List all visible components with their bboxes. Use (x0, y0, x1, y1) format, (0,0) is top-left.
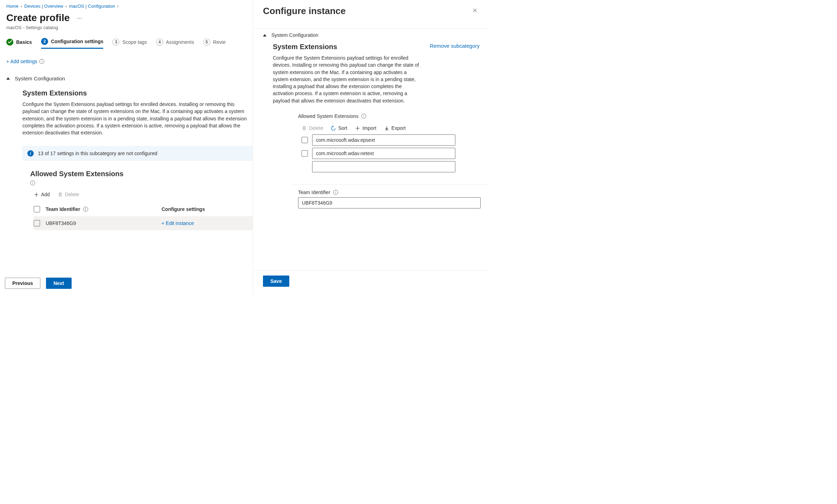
page-subtitle: macOS - Settings catalog (6, 25, 253, 30)
chevron-right-icon: › (21, 4, 22, 9)
step-label: Scope tags (122, 39, 147, 45)
step-review[interactable]: 5 Revie (203, 39, 226, 48)
add-settings-link[interactable]: + Add settings (6, 59, 37, 64)
panel-section-title: System Configuration (271, 32, 318, 38)
panel-export-button[interactable]: Export (384, 125, 406, 131)
panel-sort-button[interactable]: Sort (331, 125, 347, 131)
step-configuration-settings[interactable]: 2 Configuration settings (41, 38, 103, 49)
list-item (302, 148, 480, 159)
trash-icon (58, 192, 63, 197)
panel-sort-label: Sort (338, 125, 347, 131)
list-item (312, 161, 480, 172)
panel-section-toggle[interactable]: System Configuration (263, 32, 480, 38)
breadcrumb-macos[interactable]: macOS | Configuration (69, 4, 115, 9)
extension-list (302, 134, 480, 185)
extension-id-input[interactable] (312, 148, 455, 159)
info-icon[interactable]: i (333, 190, 338, 195)
panel-delete-button: Delete (302, 125, 323, 131)
step-basics[interactable]: Basics (6, 39, 32, 48)
plus-icon (355, 126, 360, 131)
download-icon (384, 126, 389, 131)
step-assignments[interactable]: 4 Assignments (156, 39, 194, 48)
step-number-icon: 5 (203, 39, 210, 46)
configure-instance-panel: Configure instance System Configuration … (253, 0, 488, 294)
add-label: Add (41, 192, 50, 197)
panel-subcategory-title: System Extensions (273, 43, 337, 51)
delete-button: Delete (58, 192, 79, 197)
allowed-ext-toolbar: Add Delete (34, 192, 253, 197)
step-number-icon: 4 (156, 39, 163, 46)
plus-icon (34, 192, 39, 197)
more-actions-button[interactable]: ··· (75, 14, 84, 22)
row-checkbox[interactable] (302, 137, 308, 143)
extension-id-input[interactable] (312, 134, 455, 146)
row-checkbox[interactable] (302, 150, 308, 157)
team-identifier-input[interactable] (298, 197, 481, 208)
row-checkbox[interactable] (34, 220, 40, 226)
chevron-up-icon (263, 34, 266, 37)
subcategory-title: System Extensions (22, 89, 253, 97)
col-team-identifier: Team Identifier (46, 206, 80, 212)
divider (292, 184, 488, 185)
step-number-icon: 2 (41, 38, 48, 45)
info-icon[interactable]: i (30, 180, 35, 185)
previous-button[interactable]: Previous (5, 278, 40, 289)
panel-subcategory-description: Configure the System Extensions payload … (273, 54, 420, 104)
panel-export-label: Export (391, 125, 406, 131)
team-identifier-label: Team Identifier (298, 190, 330, 195)
wizard-steps: Basics 2 Configuration settings 3 Scope … (6, 38, 253, 49)
checkmark-icon (6, 39, 13, 46)
main-pane: Home › Devices | Overview › macOS | Conf… (0, 0, 253, 294)
step-label: Basics (16, 39, 32, 45)
trash-icon (302, 126, 307, 131)
close-icon (472, 8, 477, 13)
select-all-checkbox[interactable] (34, 206, 40, 212)
chevron-right-icon: › (117, 4, 119, 9)
col-configure-settings: Configure settings (162, 206, 253, 212)
page-title: Create profile (6, 12, 70, 24)
step-label: Configuration settings (51, 39, 103, 44)
step-scope-tags[interactable]: 3 Scope tags (112, 39, 147, 48)
chevron-right-icon: › (65, 4, 67, 9)
breadcrumb-devices[interactable]: Devices | Overview (24, 4, 63, 9)
list-item (302, 134, 480, 146)
chevron-up-icon (6, 77, 10, 80)
allowed-extensions-label: Allowed System Extensions (298, 113, 358, 119)
step-label: Assignments (166, 39, 194, 45)
divider (253, 28, 488, 29)
info-icon[interactable]: i (361, 114, 366, 119)
info-icon[interactable]: i (39, 59, 44, 64)
sort-icon (331, 126, 336, 131)
breadcrumb-home[interactable]: Home (6, 4, 19, 9)
step-label: Revie (213, 39, 226, 45)
edit-instance-link[interactable]: + Edit instance (162, 220, 194, 226)
step-number-icon: 3 (112, 39, 119, 46)
panel-toolbar: Delete Sort Import Export (302, 125, 480, 131)
delete-label: Delete (65, 192, 79, 197)
panel-delete-label: Delete (309, 125, 323, 131)
section-toggle-system-configuration[interactable]: System Configuration (6, 75, 253, 81)
save-button[interactable]: Save (263, 276, 289, 287)
panel-title: Configure instance (263, 6, 345, 16)
panel-import-button[interactable]: Import (355, 125, 376, 131)
table-row: UBF8T346G9 + Edit instance (34, 216, 253, 230)
subcategory-description: Configure the System Extensions payload … (22, 101, 249, 136)
allowed-extensions-title: Allowed System Extensions (30, 170, 253, 178)
allowed-ext-table: Team Identifier i Configure settings UBF… (34, 202, 253, 230)
add-button[interactable]: Add (34, 192, 50, 197)
extension-id-input[interactable] (312, 161, 455, 172)
unconfigured-notice: i 13 of 17 settings in this subcategory … (22, 146, 253, 161)
team-identifier-cell: UBF8T346G9 (46, 220, 162, 226)
wizard-nav-buttons: Previous Next (5, 278, 72, 289)
info-icon: i (27, 150, 34, 157)
remove-subcategory-link[interactable]: Remove subcategory (430, 43, 480, 49)
notice-text: 13 of 17 settings in this subcategory ar… (38, 151, 157, 156)
panel-import-label: Import (362, 125, 376, 131)
info-icon[interactable]: i (83, 207, 88, 212)
section-title: System Configuration (15, 75, 65, 81)
panel-footer: Save (253, 270, 488, 294)
close-button[interactable] (470, 6, 480, 16)
next-button[interactable]: Next (46, 278, 71, 289)
breadcrumb: Home › Devices | Overview › macOS | Conf… (6, 4, 253, 9)
